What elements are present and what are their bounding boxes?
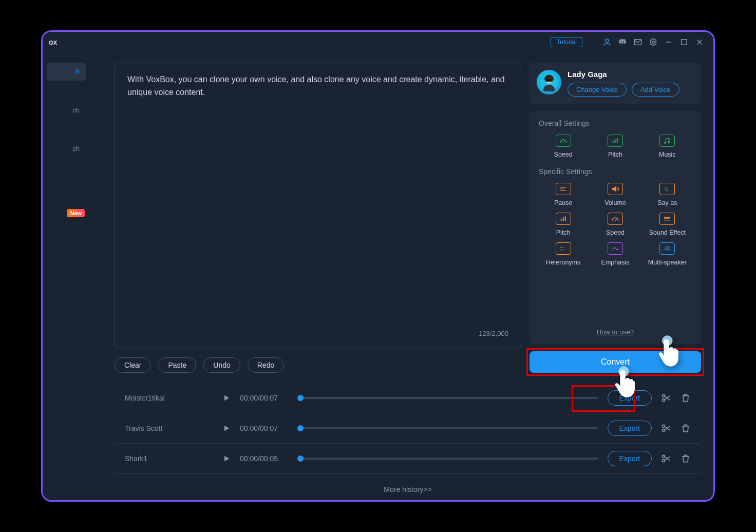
more-history-link[interactable]: More history>> [115,481,701,498]
discord-icon[interactable] [617,36,628,48]
specific-setting-heteronyms[interactable]: abcdefHeteronyms [539,242,588,266]
bars-icon [608,135,623,147]
overall-settings-header: Overall Settings [539,119,692,127]
redo-button[interactable]: Redo [248,357,284,373]
clear-button[interactable]: Clear [115,357,151,373]
svg-rect-23 [564,216,565,221]
history-time: 00:00/00:05 [240,454,291,463]
svg-line-24 [615,219,617,221]
paste-button[interactable]: Paste [158,357,196,373]
progress-track[interactable] [300,397,598,399]
overall-setting-pitch[interactable]: Pitch [591,135,639,158]
setting-label: Speed [606,229,625,236]
people-icon [659,242,675,255]
specific-setting-say-as[interactable]: abc123Say as [643,183,692,206]
specific-setting-multi-speaker[interactable]: Multi-speaker [643,242,692,266]
play-icon[interactable] [222,424,231,432]
settings-card: Overall Settings SpeedPitchMusic Specifi… [530,111,701,344]
history-name: Travis Scott [125,424,213,432]
lines-icon [659,213,675,225]
maximize-icon[interactable] [678,36,690,48]
specific-setting-pitch[interactable]: Pitch [539,213,588,236]
setting-label: Pitch [608,151,622,158]
editor-text: With VoxBox, you can clone your own voic… [127,73,508,99]
svg-text:123: 123 [665,189,668,192]
sidebar: h ch ch New [43,52,90,500]
titlebar: ox Tutorial [43,32,713,52]
sidebar-item-2[interactable]: ch [47,140,86,158]
svg-point-33 [663,399,665,402]
svg-text:def: def [560,249,563,251]
trash-icon[interactable] [681,423,691,433]
add-voice-button[interactable]: Add Voice [632,83,679,97]
setting-label: Heteronyms [546,259,580,266]
svg-rect-13 [617,138,618,143]
sidebar-item-0[interactable]: h [47,63,86,81]
trash-icon[interactable] [681,453,691,464]
setting-label: Music [659,151,676,158]
bars-icon [556,213,571,225]
svg-point-37 [663,429,665,432]
history-name: Moistcr1tikal [125,394,213,402]
change-voice-button[interactable]: Change Voice [568,83,627,97]
progress-track[interactable] [300,427,598,429]
specific-setting-pause[interactable]: Pause [539,183,588,206]
main-area: With VoxBox, you can clone your own voic… [90,52,713,500]
close-icon[interactable] [694,36,705,48]
minimize-icon[interactable] [663,36,674,48]
svg-point-30 [665,246,667,249]
svg-point-0 [606,39,609,42]
sidebar-item-3[interactable] [47,178,86,188]
scissors-icon[interactable] [661,453,671,464]
svg-point-32 [663,394,665,397]
tutorial-button[interactable]: Tutorial [551,37,582,47]
overall-setting-music[interactable]: Music [643,135,692,158]
settings-icon[interactable] [648,36,659,48]
music-icon [659,135,675,147]
progress-track[interactable] [300,458,598,460]
char-count: 123/2,000 [127,330,508,337]
setting-label: Say as [657,199,677,206]
voice-name: Lady Gaga [568,70,694,79]
scissors-icon[interactable] [661,393,671,403]
text-editor[interactable]: With VoxBox, you can clone your own voic… [115,63,521,348]
setting-label: Pause [554,199,572,206]
export-button[interactable]: Export [608,421,652,436]
history-time: 00:00/00:07 [240,424,291,432]
export-button[interactable]: Export [608,390,652,406]
specific-setting-speed[interactable]: Speed [591,213,639,236]
trash-icon[interactable] [681,393,691,403]
progress-dot[interactable] [297,455,304,462]
svg-rect-4 [682,39,687,45]
svg-rect-12 [615,139,616,143]
scissors-icon[interactable] [661,423,671,433]
setting-label: Multi-speaker [648,259,687,266]
play-icon[interactable] [222,454,231,463]
overall-setting-speed[interactable]: Speed [539,135,588,158]
undo-button[interactable]: Undo [203,357,240,373]
user-icon[interactable] [601,36,613,48]
specific-setting-volume[interactable]: Volume [591,183,639,206]
play-icon[interactable] [222,394,231,402]
how-to-use-link[interactable]: How to use? [539,328,692,336]
volume-icon [608,183,623,195]
speedometer-icon [608,213,623,225]
sidebar-item-1[interactable]: ch [47,101,86,119]
new-badge: New [67,209,85,217]
svg-rect-9 [545,80,553,82]
svg-rect-11 [613,141,614,143]
specific-setting-emphasis[interactable]: Emphasis [591,242,639,266]
specific-setting-sound-effect[interactable]: Sound Effect [643,213,692,236]
sayas-icon: abc123 [659,183,675,195]
svg-point-41 [663,460,665,462]
app-window: ox Tutorial h ch ch New With VoxBox, yo [41,30,715,502]
mail-icon[interactable] [632,36,644,48]
progress-dot[interactable] [297,425,304,431]
convert-button[interactable]: Convert [530,351,701,373]
abc-icon: abcdef [556,242,571,255]
export-button[interactable]: Export [608,451,652,466]
history-row: Shark100:00/00:05Export [115,444,701,474]
progress-dot[interactable] [297,395,304,401]
setting-label: Pitch [556,229,571,236]
avatar[interactable] [537,70,561,94]
